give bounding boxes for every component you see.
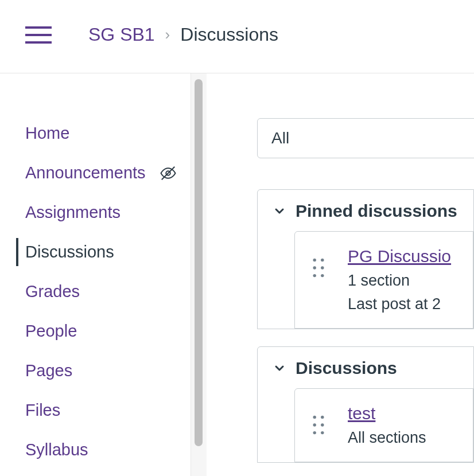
svg-point-4 <box>313 266 316 269</box>
svg-point-3 <box>321 259 324 262</box>
discussion-title-link[interactable]: test <box>348 404 426 423</box>
sidebar-item-syllabus[interactable]: Syllabus <box>0 430 195 470</box>
discussion-title-link[interactable]: PG Discussio <box>348 247 451 266</box>
sidebar-item-announcements[interactable]: Announcements <box>0 153 195 193</box>
filter-row: All <box>257 118 474 158</box>
section-header[interactable]: Discussions <box>258 347 473 388</box>
filter-dropdown[interactable]: All <box>257 118 474 158</box>
svg-point-9 <box>321 416 324 419</box>
sidebar-item-home[interactable]: Home <box>0 114 195 153</box>
sidebar-item-label: Announcements <box>25 163 146 182</box>
sidebar-item-label: Home <box>25 124 69 143</box>
chevron-down-icon <box>273 361 286 375</box>
top-bar: SG SB1 › Discussions <box>0 0 474 73</box>
drag-handle-icon[interactable] <box>312 247 325 280</box>
sidebar-item-label: Syllabus <box>25 440 88 459</box>
svg-point-13 <box>321 431 324 434</box>
main-content: All Pinned discussions PG <box>195 73 474 476</box>
svg-point-8 <box>313 416 316 419</box>
card-body: test All sections <box>348 404 426 447</box>
sidebar-item-files[interactable]: Files <box>0 391 195 430</box>
section-title: Pinned discussions <box>296 201 457 221</box>
hamburger-menu-icon[interactable] <box>25 26 52 44</box>
section-title: Discussions <box>296 358 397 378</box>
sidebar-item-grades[interactable]: Grades <box>0 272 195 311</box>
sidebar-item-pages[interactable]: Pages <box>0 351 195 391</box>
discussion-card[interactable]: PG Discussio 1 section Last post at 2 <box>294 231 473 329</box>
card-body: PG Discussio 1 section Last post at 2 <box>348 247 451 313</box>
svg-point-10 <box>313 423 316 426</box>
breadcrumb: SG SB1 › Discussions <box>88 24 278 45</box>
course-sidebar: Home Announcements Assignments Discussio… <box>0 73 195 476</box>
drag-handle-icon[interactable] <box>312 404 325 437</box>
svg-point-5 <box>321 266 324 269</box>
discussion-last-post: Last post at 2 <box>348 295 451 313</box>
chevron-down-icon <box>273 204 286 218</box>
sidebar-item-label: Discussions <box>25 243 114 262</box>
breadcrumb-separator-icon: › <box>165 26 170 44</box>
svg-point-11 <box>321 423 324 426</box>
scrollbar-thumb[interactable] <box>195 79 203 446</box>
svg-point-6 <box>313 274 316 277</box>
discussion-section-text: 1 section <box>348 272 451 290</box>
sidebar-item-people[interactable]: People <box>0 311 195 351</box>
pinned-discussions-section: Pinned discussions PG Discussio 1 sectio… <box>257 189 474 329</box>
filter-selected-label: All <box>271 129 289 147</box>
sidebar-item-label: Grades <box>25 282 80 301</box>
sidebar-item-discussions[interactable]: Discussions <box>0 232 195 272</box>
svg-point-2 <box>313 259 316 262</box>
svg-point-12 <box>313 431 316 434</box>
sidebar-item-assignments[interactable]: Assignments <box>0 193 195 232</box>
svg-point-7 <box>321 274 324 277</box>
hidden-eye-icon <box>160 165 177 182</box>
discussion-section-text: All sections <box>348 429 426 447</box>
sidebar-item-label: Files <box>25 401 60 420</box>
sidebar-item-label: Pages <box>25 361 72 380</box>
sidebar-item-label: Assignments <box>25 203 121 222</box>
discussion-card[interactable]: test All sections <box>294 388 473 462</box>
breadcrumb-course-link[interactable]: SG SB1 <box>88 24 155 45</box>
sidebar-item-label: People <box>25 322 77 341</box>
section-header[interactable]: Pinned discussions <box>258 190 473 231</box>
discussions-section: Discussions test All sections <box>257 346 474 463</box>
breadcrumb-current: Discussions <box>180 24 278 45</box>
